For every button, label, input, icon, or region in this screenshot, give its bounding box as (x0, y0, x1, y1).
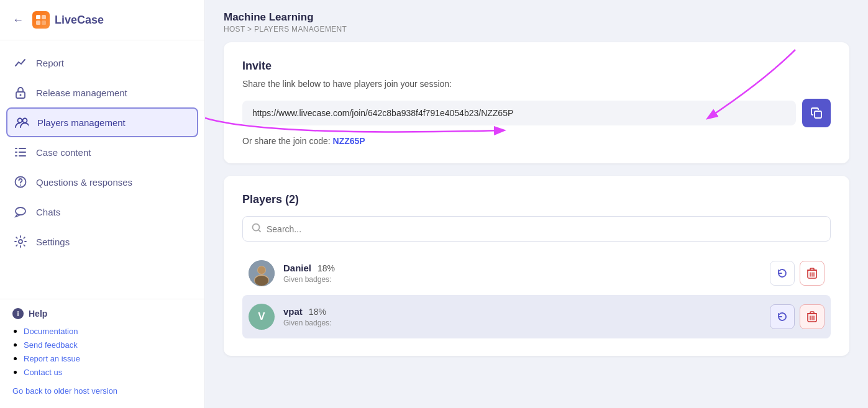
svg-point-5 (20, 94, 22, 96)
sidebar-item-case-content-label: Case content (36, 147, 91, 158)
player-name-daniel: Daniel (283, 263, 311, 273)
player-percent-daniel: 18% (318, 263, 335, 273)
invite-link-row (242, 99, 831, 127)
main-content: Machine Learning HOST > PLAYERS MANAGEME… (205, 0, 868, 408)
players-card: Players (2) (224, 176, 849, 356)
sidebar-logo: ← LiveCase (0, 0, 204, 40)
svg-rect-13 (19, 155, 26, 156)
player-name-row-vpat: vpat 18% (283, 306, 761, 317)
sidebar-item-release-management[interactable]: Release management (0, 78, 204, 107)
sidebar-item-report-label: Report (36, 58, 64, 68)
trash-icon-vpat (807, 311, 817, 322)
sidebar-item-players-management-label: Players management (37, 117, 126, 128)
sidebar-nav: Report Release management (0, 40, 204, 299)
invite-link-input[interactable] (242, 101, 796, 125)
player-name-row-daniel: Daniel 18% (283, 263, 761, 273)
help-icon: i (12, 308, 24, 319)
svg-point-23 (258, 266, 265, 274)
breadcrumb: HOST > PLAYERS MANAGEMENT (224, 25, 849, 34)
sidebar: ← LiveCase Report (0, 0, 205, 408)
lock-icon (14, 86, 27, 99)
svg-point-15 (20, 184, 21, 186)
report-issue-link[interactable]: Report an issue (24, 354, 80, 363)
livecase-logo-text: LiveCase (55, 14, 104, 27)
help-links-list: Documentation Send feedback Report an is… (12, 325, 192, 378)
search-input[interactable] (267, 224, 821, 234)
player-badges-daniel: Given badges: (283, 275, 761, 284)
page-title: Machine Learning (224, 11, 849, 24)
svg-rect-2 (36, 20, 40, 25)
player-name-vpat: vpat (283, 306, 303, 317)
search-row (242, 216, 831, 242)
players-icon (15, 116, 29, 129)
svg-point-6 (18, 119, 22, 123)
back-button[interactable]: ← (12, 12, 27, 28)
documentation-link[interactable]: Documentation (24, 327, 78, 336)
reset-icon (777, 268, 788, 279)
sidebar-item-report[interactable]: Report (0, 48, 204, 78)
settings-icon (14, 235, 27, 248)
question-icon (14, 175, 27, 189)
player-percent-vpat: 18% (309, 307, 326, 317)
player-info-vpat: vpat 18% Given badges: (283, 306, 761, 327)
join-code-row: Or share the join code: NZZ65P (242, 136, 831, 146)
reset-icon-vpat (777, 311, 788, 322)
back-icon: ← (12, 14, 24, 27)
copy-icon (810, 107, 823, 119)
livecase-logo-icon (32, 11, 50, 29)
sidebar-item-case-content[interactable]: Case content (0, 137, 204, 167)
svg-point-17 (19, 240, 22, 243)
join-code-prefix: Or share the join code: (242, 136, 331, 146)
invite-card-title: Invite (242, 60, 831, 73)
delete-button-vpat[interactable] (800, 304, 825, 329)
sidebar-item-settings-label: Settings (36, 237, 70, 247)
page-header: Machine Learning HOST > PLAYERS MANAGEME… (224, 0, 849, 42)
player-actions-daniel (770, 261, 825, 286)
svg-rect-10 (15, 152, 17, 153)
send-feedback-link[interactable]: Send feedback (24, 340, 78, 350)
sidebar-item-settings[interactable]: Settings (0, 227, 204, 256)
search-icon (252, 223, 262, 235)
join-code-value: NZZ65P (333, 136, 365, 146)
trash-icon (807, 268, 817, 279)
svg-point-7 (23, 119, 27, 123)
player-badges-vpat: Given badges: (283, 319, 761, 327)
svg-point-16 (16, 207, 25, 215)
delete-button-daniel[interactable] (800, 261, 825, 286)
copy-link-button[interactable] (802, 99, 831, 127)
player-info-daniel: Daniel 18% Given badges: (283, 263, 761, 284)
go-back-link[interactable]: Go back to older host version (12, 386, 192, 396)
list-icon (14, 145, 27, 159)
reset-button-vpat[interactable] (770, 304, 795, 329)
svg-rect-0 (36, 15, 40, 19)
invite-description: Share the link below to have players joi… (242, 79, 831, 89)
chat-icon (14, 205, 27, 219)
contact-us-link[interactable]: Contact us (24, 368, 62, 377)
svg-rect-8 (15, 148, 17, 149)
sidebar-item-players-management[interactable]: Players management (6, 107, 198, 137)
sidebar-footer: i Help Documentation Send feedback Repor… (0, 299, 204, 408)
sidebar-item-chats[interactable]: Chats (0, 197, 204, 227)
player-actions-vpat (770, 304, 825, 329)
svg-rect-18 (815, 111, 821, 118)
svg-rect-3 (42, 20, 46, 25)
reset-button-daniel[interactable] (770, 261, 795, 286)
player-row-daniel: Daniel 18% Given badges: (242, 252, 831, 295)
report-icon (14, 56, 27, 70)
sidebar-item-release-management-label: Release management (36, 88, 127, 98)
player-avatar-daniel (249, 260, 275, 286)
avatar-image-daniel (249, 260, 275, 286)
sidebar-item-questions-responses[interactable]: Questions & responses (0, 167, 204, 197)
player-row-vpat: V vpat 18% Given badges: (242, 295, 831, 338)
svg-rect-1 (42, 15, 46, 19)
sidebar-item-questions-responses-label: Questions & responses (36, 177, 132, 188)
invite-card: Invite Share the link below to have play… (224, 42, 849, 163)
help-section-title: i Help (12, 308, 192, 319)
player-avatar-vpat: V (249, 304, 275, 330)
svg-rect-12 (15, 155, 17, 156)
svg-rect-9 (19, 148, 26, 149)
sidebar-item-chats-label: Chats (36, 207, 60, 217)
avatar-letter-vpat: V (258, 311, 265, 323)
svg-rect-11 (19, 152, 26, 153)
svg-point-24 (255, 276, 268, 286)
